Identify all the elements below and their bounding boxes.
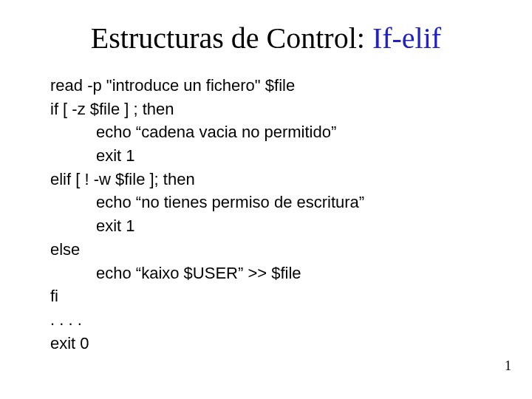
slide: Estructuras de Control: If-elif read -p …	[0, 0, 532, 399]
code-body: read -p "introduce un fichero" $file if …	[50, 75, 482, 354]
code-line: elif [ ! -w $file ]; then	[50, 168, 482, 191]
title-text-keyword: If-elif	[372, 21, 441, 55]
code-line: if [ -z $file ] ; then	[50, 98, 482, 120]
code-line: exit 1	[50, 215, 482, 237]
code-line: read -p "introduce un fichero" $file	[50, 75, 482, 97]
code-line: echo “kaixo $USER” >> $file	[50, 262, 482, 284]
code-line: else	[50, 239, 482, 261]
code-line: echo “cadena vacia no permitido”	[50, 121, 482, 143]
slide-title: Estructuras de Control: If-elif	[50, 21, 482, 55]
page-number: 1	[505, 358, 511, 374]
code-line: exit 0	[50, 332, 482, 355]
code-line: echo “no tienes permiso de escritura”	[50, 191, 482, 214]
title-text-main: Estructuras de Control:	[91, 21, 372, 55]
code-line: . . . .	[50, 309, 482, 331]
code-line: fi	[50, 285, 482, 307]
code-line: exit 1	[50, 145, 482, 167]
